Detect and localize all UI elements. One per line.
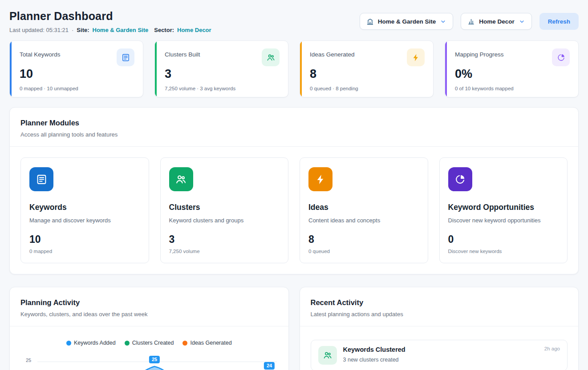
- stat-value: 8: [310, 67, 425, 81]
- stat-card-top: Mapping Progress: [455, 48, 570, 66]
- point-label-badge: 25: [149, 356, 160, 363]
- header-left: Planner Dashboard Last updated: 05:31:21…: [9, 10, 211, 33]
- header-controls: Home & Garden Site Home Decor Refresh: [360, 13, 579, 30]
- stat-cards-row: Total Keywords 10 0 mapped · 10 unmapped…: [9, 40, 579, 97]
- legend-label: Clusters Created: [132, 340, 174, 346]
- planning-activity-subtitle: Keywords, clusters, and ideas over the p…: [20, 311, 278, 318]
- recent-activity-head: Recent Activity Latest planning actions …: [300, 287, 579, 326]
- activity-item-main: Keywords Clustered 2h ago 3 new clusters…: [343, 346, 560, 363]
- chevron-down-icon: [440, 18, 446, 25]
- sector-link[interactable]: Home Decor: [177, 27, 211, 33]
- module-card-clusters[interactable]: Clusters Keyword clusters and groups 3 7…: [160, 157, 289, 263]
- module-title: Keyword Opportunities: [448, 203, 559, 212]
- recent-activity-panel: Recent Activity Latest planning actions …: [300, 287, 579, 370]
- stat-value: 3: [165, 67, 280, 81]
- bottom-row: Planning Activity Keywords, clusters, an…: [9, 287, 579, 370]
- modules-grid: Keywords Manage and discover keywords 10…: [10, 147, 578, 274]
- module-description: Keyword clusters and groups: [169, 217, 280, 224]
- module-description: Content ideas and concepts: [308, 217, 419, 224]
- modules-subtitle: Access all planning tools and features: [20, 131, 568, 138]
- stat-card-clusters-built: Clusters Built 3 7,250 volume · 3 avg ke…: [154, 40, 288, 97]
- recent-activity-title: Recent Activity: [311, 298, 568, 307]
- page-title: Planner Dashboard: [9, 10, 211, 23]
- legend-item-ideas-generated: Ideas Generated: [182, 340, 231, 346]
- planner-modules-panel: Planner Modules Access all planning tool…: [9, 107, 579, 274]
- stat-detail: 0 queued · 8 pending: [310, 86, 425, 91]
- module-card-keyword-opportunities[interactable]: Keyword Opportunities Discover new keywo…: [439, 157, 568, 263]
- pie-chart-icon: [552, 48, 570, 66]
- recent-activity-list: Keywords Clustered 2h ago 3 new clusters…: [300, 326, 579, 370]
- chevron-down-icon: [519, 18, 525, 25]
- activity-list-item: Keywords Clustered 2h ago 3 new clusters…: [311, 340, 568, 370]
- sector-selector-label: Home Decor: [479, 18, 515, 25]
- stat-card-top: Ideas Generated: [310, 48, 425, 66]
- document-icon: [29, 167, 53, 191]
- site-selector-dropdown[interactable]: Home & Garden Site: [360, 13, 454, 30]
- planning-activity-panel: Planning Activity Keywords, clusters, an…: [9, 287, 289, 370]
- recent-activity-subtitle: Latest planning actions and updates: [311, 311, 568, 318]
- bolt-icon: [308, 167, 333, 191]
- activity-item-description: 3 new clusters created: [343, 357, 560, 363]
- stat-detail: 0 of 10 keywords mapped: [455, 86, 570, 91]
- stat-card-total-keywords: Total Keywords 10 0 mapped · 10 unmapped: [9, 40, 143, 97]
- stat-value: 0%: [455, 67, 570, 81]
- module-detail: 7,250 volume: [169, 249, 280, 254]
- stat-card-top: Total Keywords: [20, 48, 134, 66]
- legend-dot-blue: [66, 341, 71, 346]
- meta-separator: ·: [72, 27, 73, 33]
- chart-plot-area: 25 25 24: [20, 351, 278, 370]
- modules-panel-head: Planner Modules Access all planning tool…: [10, 108, 578, 146]
- stat-label: Clusters Built: [165, 48, 200, 58]
- module-value: 10: [29, 233, 140, 245]
- header: Planner Dashboard Last updated: 05:31:21…: [9, 10, 579, 33]
- planning-activity-head: Planning Activity Keywords, clusters, an…: [10, 287, 288, 326]
- module-title: Clusters: [169, 203, 280, 212]
- module-value: 8: [308, 233, 419, 245]
- stat-label: Mapping Progress: [455, 48, 504, 58]
- sector-label: Sector:: [154, 27, 174, 33]
- module-card-ideas[interactable]: Ideas Content ideas and concepts 8 0 que…: [300, 157, 428, 263]
- bolt-icon: [407, 48, 425, 66]
- stat-value: 10: [20, 67, 134, 81]
- module-detail: 0 queued: [308, 249, 419, 254]
- users-icon: [169, 167, 193, 191]
- activity-item-title: Keywords Clustered: [343, 346, 406, 353]
- point-label-badge: 24: [264, 362, 275, 370]
- activity-chart: Keywords Added Clusters Created Ideas Ge…: [10, 326, 288, 370]
- pie-chart-icon: [448, 167, 472, 191]
- module-description: Manage and discover keywords: [29, 217, 140, 224]
- sector-selector-dropdown[interactable]: Home Decor: [461, 13, 532, 30]
- activity-item-time: 2h ago: [544, 346, 560, 351]
- bar-chart-icon: [467, 18, 475, 25]
- site-link[interactable]: Home & Garden Site: [93, 27, 149, 33]
- module-value: 0: [448, 233, 559, 245]
- meta-line: Last updated: 05:31:21 · Site: Home & Ga…: [9, 27, 211, 33]
- stat-detail: 7,250 volume · 3 avg keywords: [165, 86, 280, 91]
- legend-label: Keywords Added: [74, 340, 116, 346]
- chart-legend: Keywords Added Clusters Created Ideas Ge…: [20, 340, 278, 346]
- stat-label: Total Keywords: [20, 48, 61, 58]
- document-icon: [117, 48, 134, 66]
- legend-dot-green: [125, 341, 130, 346]
- stat-card-top: Clusters Built: [165, 48, 280, 66]
- modules-title: Planner Modules: [20, 119, 568, 127]
- refresh-button[interactable]: Refresh: [539, 13, 579, 30]
- module-title: Ideas: [308, 203, 419, 212]
- legend-label: Ideas Generated: [190, 340, 231, 346]
- stat-detail: 0 mapped · 10 unmapped: [20, 86, 134, 91]
- users-icon: [318, 346, 337, 365]
- module-title: Keywords: [29, 203, 140, 212]
- module-detail: 0 mapped: [29, 249, 140, 254]
- legend-item-clusters-created: Clusters Created: [125, 340, 174, 346]
- module-card-keywords[interactable]: Keywords Manage and discover keywords 10…: [20, 157, 149, 263]
- site-label: Site:: [77, 27, 89, 33]
- y-axis-tick: 25: [26, 358, 31, 363]
- stat-card-mapping-progress: Mapping Progress 0% 0 of 10 keywords map…: [445, 40, 579, 97]
- module-detail: Discover new keywords: [448, 249, 559, 254]
- legend-item-keywords-added: Keywords Added: [66, 340, 116, 346]
- site-selector-label: Home & Garden Site: [378, 18, 436, 25]
- planning-activity-title: Planning Activity: [20, 298, 278, 307]
- module-value: 3: [169, 233, 280, 245]
- legend-dot-orange: [182, 341, 187, 346]
- planner-dashboard-page: Planner Dashboard Last updated: 05:31:21…: [0, 0, 588, 370]
